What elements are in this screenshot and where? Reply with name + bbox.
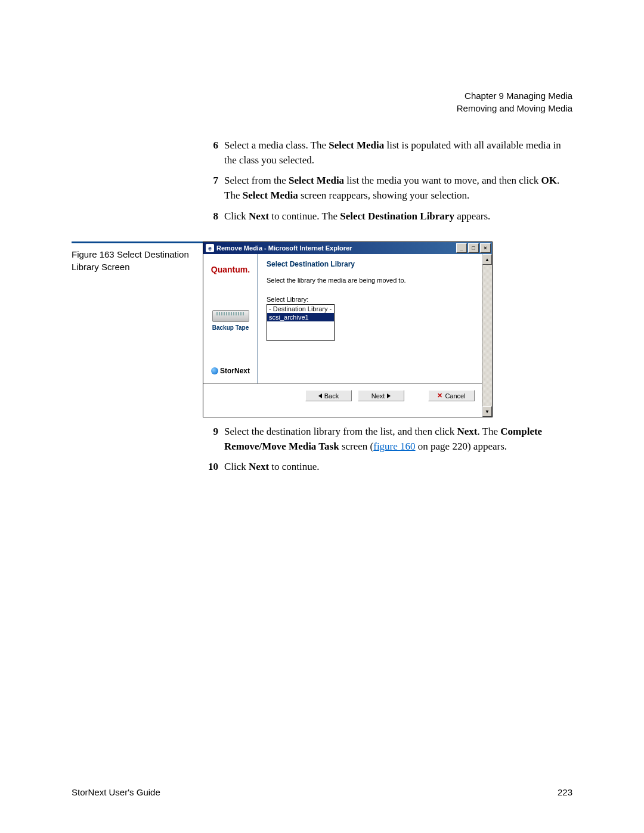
step-text: Select from the Select Media list the me… (224, 174, 572, 203)
triangle-right-icon (387, 394, 391, 398)
step-text: Select the destination library from the … (224, 425, 572, 454)
step-number: 7 (203, 174, 218, 203)
step-number: 9 (203, 425, 218, 454)
wizard-main: Select Destination Library Select the li… (258, 254, 482, 383)
next-label: Next (371, 392, 385, 400)
chapter-title: Chapter 9 Managing Media (72, 89, 572, 102)
maximize-button[interactable]: □ (468, 243, 479, 253)
page-number: 223 (558, 787, 572, 797)
next-button[interactable]: Next (358, 390, 404, 401)
scroll-track[interactable] (482, 265, 492, 406)
back-label: Back (324, 392, 339, 400)
window-body: Quantum. Backup Tape StorNext Select Des… (203, 254, 492, 417)
cancel-button[interactable]: ✕ Cancel (428, 390, 475, 401)
cancel-label: Cancel (445, 392, 465, 400)
select-library-listbox[interactable]: - Destination Library -scsi_archive1 (267, 304, 335, 341)
step-text: Click Next to continue. The Select Desti… (224, 209, 572, 224)
steps-bottom: 9Select the destination library from the… (203, 425, 572, 475)
scroll-down-arrow[interactable]: ▼ (482, 406, 492, 417)
stornext-logo: StorNext (211, 367, 250, 375)
listbox-option[interactable]: - Destination Library - (267, 305, 334, 313)
steps-top: 6Select a media class. The Select Media … (203, 138, 572, 224)
minimize-button[interactable]: _ (456, 243, 467, 253)
page-header: Chapter 9 Managing Media Removing and Mo… (72, 89, 572, 114)
section-title: Removing and Moving Media (72, 102, 572, 114)
vertical-scrollbar[interactable]: ▲ ▼ (482, 254, 492, 417)
step-item: 10Click Next to continue. (203, 460, 572, 475)
scroll-up-arrow[interactable]: ▲ (482, 254, 492, 265)
step-number: 10 (203, 460, 218, 475)
wizard-title: Select Destination Library (267, 260, 473, 268)
window-title: Remove Media - Microsoft Internet Explor… (216, 244, 455, 252)
triangle-left-icon (318, 394, 322, 398)
cross-ref-link[interactable]: figure 160 (373, 441, 415, 452)
figure-row: Figure 163 Select Destination Library Sc… (72, 241, 572, 417)
page-footer: StorNext User's Guide 223 (72, 787, 572, 797)
window-content: Quantum. Backup Tape StorNext Select Des… (203, 254, 482, 417)
step-text: Select a media class. The Select Media l… (224, 138, 572, 168)
window-titlebar: e Remove Media - Microsoft Internet Expl… (203, 242, 492, 254)
wizard-instruction: Select the library the media are being m… (267, 277, 473, 284)
tape-icon (212, 310, 249, 322)
guide-name: StorNext User's Guide (72, 787, 160, 797)
document-page: Chapter 9 Managing Media Removing and Mo… (0, 0, 644, 833)
step-item: 6Select a media class. The Select Media … (203, 138, 572, 168)
x-icon: ✕ (437, 392, 442, 400)
back-button[interactable]: Back (305, 390, 352, 401)
wizard-buttons: Back Next ✕ Cancel (203, 383, 482, 417)
stornext-text: StorNext (220, 367, 250, 375)
step-text: Click Next to continue. (224, 460, 572, 475)
listbox-option[interactable]: scsi_archive1 (267, 313, 334, 321)
stornext-globe-icon (211, 367, 218, 374)
ie-icon: e (206, 244, 214, 252)
step-item: 8Click Next to continue. The Select Dest… (203, 209, 572, 224)
ie-window: e Remove Media - Microsoft Internet Expl… (203, 241, 493, 417)
step-item: 9Select the destination library from the… (203, 425, 572, 454)
select-library-label: Select Library: (267, 296, 473, 303)
step-number: 8 (203, 209, 218, 224)
tape-label: Backup Tape (212, 324, 249, 331)
step-item: 7Select from the Select Media list the m… (203, 174, 572, 203)
quantum-logo: Quantum. (211, 265, 250, 274)
step-number: 6 (203, 138, 218, 168)
close-button[interactable]: × (480, 243, 491, 253)
wizard-panel: Quantum. Backup Tape StorNext Select Des… (203, 254, 482, 383)
wizard-sidebar: Quantum. Backup Tape StorNext (203, 254, 258, 383)
figure-caption: Figure 163 Select Destination Library Sc… (72, 241, 203, 273)
